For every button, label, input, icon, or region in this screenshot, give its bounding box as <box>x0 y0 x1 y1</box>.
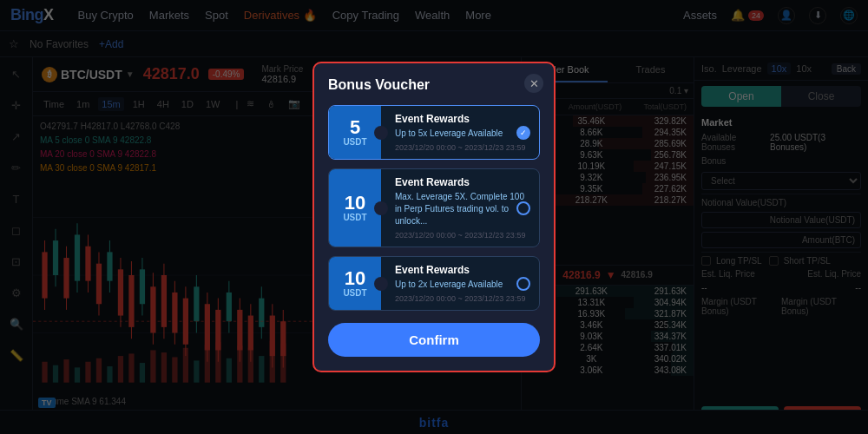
confirm-button[interactable]: Confirm <box>328 323 540 357</box>
modal-title: Bonus Voucher <box>328 77 540 93</box>
voucher-right-3: Event Rewards Up to 2x Leverage Availabl… <box>381 257 539 310</box>
voucher-left-1: 5 USDT <box>329 106 381 159</box>
voucher-right-2: Event Rewards Max. Leverage 5X. Complete… <box>381 169 539 247</box>
voucher-card-3[interactable]: 10 USDT Event Rewards Up to 2x Leverage … <box>328 256 540 311</box>
modal-close-button[interactable]: ✕ <box>524 74 543 93</box>
voucher-date-3: 2023/12/20 00:00 ~ 2023/12/23 23:59 <box>395 294 530 303</box>
voucher-amount-1: 5 <box>350 118 360 137</box>
voucher-event-title-1: Event Rewards <box>395 113 530 125</box>
voucher-desc-3: Up to 2x Leverage Available <box>395 279 530 291</box>
voucher-card-1[interactable]: 5 USDT Event Rewards Up to 5x Leverage A… <box>328 105 540 160</box>
voucher-right-1: Event Rewards Up to 5x Leverage Availabl… <box>381 106 539 159</box>
voucher-radio-3[interactable] <box>516 277 530 291</box>
voucher-left-2: 10 USDT <box>329 169 381 247</box>
voucher-event-title-3: Event Rewards <box>395 264 530 276</box>
voucher-amount-2: 10 <box>345 194 365 213</box>
voucher-amount-3: 10 <box>345 269 365 288</box>
voucher-desc-1: Up to 5x Leverage Available <box>395 128 530 140</box>
voucher-desc-2: Max. Leverage 5X. Complete 100 in Perp F… <box>395 191 530 227</box>
bonus-voucher-modal: Bonus Voucher ✕ 5 USDT Event Rewards Up … <box>312 62 556 372</box>
voucher-radio-1[interactable] <box>516 126 530 140</box>
voucher-unit-3: USDT <box>343 288 366 298</box>
voucher-radio-2[interactable] <box>516 201 530 215</box>
voucher-card-2[interactable]: 10 USDT Event Rewards Max. Leverage 5X. … <box>328 168 540 247</box>
voucher-left-3: 10 USDT <box>329 257 381 310</box>
voucher-unit-1: USDT <box>343 137 366 147</box>
voucher-unit-2: USDT <box>343 213 366 222</box>
voucher-event-title-2: Event Rewards <box>395 176 530 188</box>
voucher-date-1: 2023/12/20 00:00 ~ 2023/12/23 23:59 <box>395 143 530 152</box>
voucher-date-2: 2023/12/20 00:00 ~ 2023/12/23 23:59 <box>395 231 530 240</box>
modal-overlay[interactable]: Bonus Voucher ✕ 5 USDT Event Rewards Up … <box>0 0 868 434</box>
